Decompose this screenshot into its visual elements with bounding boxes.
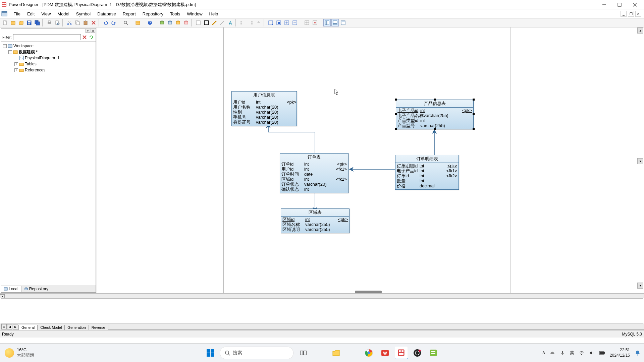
properties-button[interactable] — [134, 19, 142, 26]
menu-model[interactable]: Model — [54, 10, 72, 17]
menu-edit[interactable]: Edit — [24, 10, 38, 17]
mdi-restore-button[interactable]: ❐ — [628, 11, 634, 17]
browser-tab-local[interactable]: Local — [1, 286, 21, 292]
entity-orderdetail[interactable]: 订单明细表 订单明细idint<pk>电子产品idint<fk1>订单idint… — [395, 155, 459, 190]
horizontal-scrollbar[interactable] — [355, 291, 382, 293]
maximize-button[interactable] — [612, 0, 627, 9]
fill-color-button[interactable] — [195, 19, 202, 26]
close-button[interactable] — [627, 0, 643, 9]
zoom-100-button[interactable] — [275, 19, 282, 26]
filter-clear-button[interactable] — [82, 34, 88, 40]
output-tab-reverse[interactable]: Reverse — [89, 325, 108, 330]
output-tab-generation[interactable]: Generation — [64, 325, 89, 330]
tray-wifi-icon[interactable] — [579, 350, 584, 356]
entity-order[interactable]: 订单表 订单idint<pk>用户idint<fk1>订单时间date区域idi… — [280, 153, 348, 193]
menu-repository[interactable]: Repository — [139, 10, 167, 17]
db-generate-button[interactable] — [166, 19, 174, 26]
db-reverse-button[interactable] — [174, 19, 182, 26]
open-button[interactable] — [17, 19, 25, 26]
tray-clock[interactable]: 22:51 2024/12/15 — [610, 348, 630, 358]
menu-tools[interactable]: Tools — [167, 10, 183, 17]
menu-help[interactable]: Help — [206, 10, 222, 17]
selection-handle[interactable] — [395, 99, 397, 101]
browser-toggle-button[interactable] — [323, 19, 331, 26]
output-tab-first[interactable]: ⏮ — [1, 324, 7, 329]
output-tab-prev[interactable]: ◀ — [7, 324, 12, 329]
paste-button[interactable] — [82, 19, 89, 26]
menu-database[interactable]: Database — [94, 10, 119, 17]
taskbar-obs[interactable] — [411, 347, 424, 359]
taskbar-powerdesigner[interactable] — [395, 347, 408, 359]
line-color-button[interactable] — [203, 19, 210, 26]
filter-refresh-button[interactable] — [88, 34, 94, 40]
copy-button[interactable] — [74, 19, 81, 26]
selection-handle[interactable] — [473, 113, 475, 115]
mdi-close-button[interactable]: ✕ — [635, 11, 641, 17]
new-model-button[interactable] — [9, 19, 17, 26]
zoom-fit-button[interactable] — [267, 19, 274, 26]
taskbar-taskview[interactable] — [297, 347, 310, 359]
tree-workspace[interactable]: −Workspace — [2, 43, 94, 49]
taskbar-wps[interactable]: W — [379, 347, 391, 359]
delete-button[interactable] — [90, 19, 97, 26]
menu-window[interactable]: Window — [183, 10, 206, 17]
align-right-button[interactable] — [247, 19, 254, 26]
menu-file[interactable]: File — [10, 10, 24, 17]
find-button[interactable] — [122, 19, 129, 26]
taskbar-app-green[interactable] — [427, 347, 440, 359]
selection-handle[interactable] — [395, 113, 397, 115]
snap-button[interactable] — [311, 19, 319, 26]
output-tab-general[interactable]: General — [18, 325, 38, 330]
scroll-down-button[interactable]: ▼ — [637, 158, 643, 164]
output-body[interactable] — [1, 298, 643, 323]
mdi-minimize-button[interactable]: _ — [621, 11, 627, 17]
tray-ime[interactable]: 英 — [570, 350, 574, 356]
diagram-canvas[interactable]: 用户信息表 用户idint<pk>用户名称varchar(20)性别varcha… — [97, 27, 644, 293]
vertical-scrollbar[interactable]: ▲ ▼ ▼ — [637, 27, 643, 289]
menu-report[interactable]: Report — [119, 10, 139, 17]
menu-symbol[interactable]: Symbol — [73, 10, 94, 17]
taskbar-chrome[interactable] — [363, 347, 375, 359]
font-button[interactable]: A — [227, 19, 234, 26]
zoom-in-button[interactable] — [283, 19, 290, 26]
print-preview-button[interactable] — [54, 19, 61, 26]
align-center-button[interactable] — [255, 19, 262, 26]
help-button[interactable]: ? — [146, 19, 154, 26]
selection-handle[interactable] — [395, 128, 397, 130]
start-button[interactable] — [204, 347, 216, 359]
undo-button[interactable] — [102, 19, 109, 26]
tray-volume-icon[interactable] — [589, 350, 594, 356]
save-all-button[interactable] — [34, 19, 41, 26]
tree-diagram[interactable]: PhysicalDiagram_1 — [2, 55, 94, 61]
browser-tab-repository[interactable]: Repository — [21, 286, 51, 292]
new-button[interactable] — [1, 19, 9, 26]
tray-chevron-icon[interactable]: ᐱ — [542, 351, 545, 355]
taskbar-explorer[interactable] — [330, 347, 342, 359]
selection-handle[interactable] — [473, 128, 475, 130]
entity-user[interactable]: 用户信息表 用户idint<pk>用户名称varchar(20)性别varcha… — [231, 91, 297, 126]
shadow-button[interactable] — [219, 19, 226, 26]
print-button[interactable] — [46, 19, 53, 26]
redo-button[interactable] — [110, 19, 117, 26]
selection-handle[interactable] — [473, 99, 475, 101]
tray-battery-icon[interactable] — [599, 351, 605, 355]
db-script-button[interactable] — [182, 19, 190, 26]
tree-references[interactable]: +References — [2, 67, 94, 73]
taskbar-search[interactable]: 搜索 — [220, 347, 293, 359]
browser-close-button[interactable]: ✕ — [91, 29, 95, 33]
toolbox-toggle-button[interactable] — [339, 19, 347, 26]
db-connect-button[interactable] — [158, 19, 166, 26]
tray-mic-icon[interactable] — [560, 350, 565, 356]
output-tab-next[interactable]: ▶ — [13, 324, 18, 329]
save-button[interactable] — [25, 19, 33, 26]
selection-handle[interactable] — [434, 128, 436, 130]
browser-dropdown-button[interactable]: ▾ — [86, 29, 90, 33]
line-style-button[interactable] — [211, 19, 218, 26]
tray-onedrive-icon[interactable] — [550, 350, 555, 356]
zoom-out-button[interactable] — [291, 19, 299, 26]
output-close-button[interactable]: ✕ — [0, 294, 5, 298]
menu-view[interactable]: View — [38, 10, 54, 17]
entity-region[interactable]: 区域表 区域idint<pk>区域名称varchar(255)区域说明varch… — [281, 208, 350, 233]
minimize-button[interactable] — [596, 0, 612, 9]
tree-tables[interactable]: +Tables — [2, 61, 94, 67]
